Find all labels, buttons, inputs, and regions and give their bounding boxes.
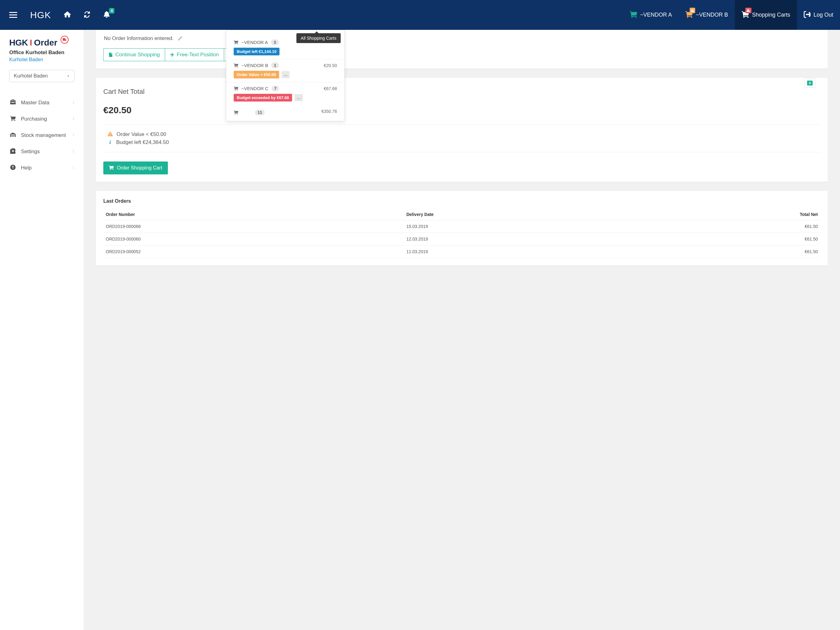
chevron-left-icon: 〈 — [71, 100, 74, 105]
location-select-value: Kurhotel Baden — [14, 73, 47, 79]
dropdown-status-pill: Order Value < €50.00 — [234, 71, 279, 78]
plus-icon — [170, 52, 174, 57]
cart-icon — [630, 11, 637, 19]
sidebar-item-label: Master Data — [21, 100, 49, 106]
nav-vendor-b[interactable]: ~VENDOR B — [679, 0, 735, 30]
cart-icon — [234, 110, 238, 115]
sidebar-item-label: Stock management — [21, 132, 66, 138]
cell-order-number: ORD2019-000066 — [103, 220, 404, 233]
cart-icon — [742, 11, 749, 19]
dropdown-total-amount: €350.76 — [321, 109, 337, 114]
nav-shopping-carts-label: Shopping Carts — [752, 12, 790, 18]
nav-logout-label: Log Out — [813, 12, 833, 18]
warning-icon — [107, 131, 113, 138]
question-icon — [9, 165, 17, 171]
dropdown-row-amount: €67.68 — [324, 86, 337, 91]
cell-total-net: €61.50 — [647, 245, 820, 258]
dropdown-status-pill: Budget exceeded by €67.68 — [234, 94, 292, 101]
col-order-number: Order Number — [103, 209, 404, 220]
money-indicator[interactable]: 0 — [804, 78, 815, 88]
continue-shopping-label: Continue Shopping — [115, 52, 160, 58]
dropdown-vendor-name: ~VENDOR C — [242, 86, 268, 91]
logo-truck-icon — [61, 36, 69, 44]
briefcase-icon — [9, 99, 17, 106]
free-text-position-button[interactable]: Free-Text Position — [165, 48, 224, 61]
table-row[interactable]: ORD2019-000060 12.03.2019 €61.50 — [103, 233, 820, 245]
nav-vendor-b-label: ~VENDOR B — [696, 12, 728, 18]
order-shopping-cart-label: Order Shopping Cart — [117, 165, 163, 171]
logo-text-hgk: HGK — [9, 38, 28, 47]
sidebar-item-master-data[interactable]: Master Data 〈 — [9, 95, 74, 111]
nav-vendor-a[interactable]: ~VENDOR A — [623, 0, 679, 30]
dropdown-cart-row[interactable]: ~VENDOR C 7 €67.68 Budget exceeded by €6… — [226, 82, 344, 105]
dropdown-cart-row[interactable]: ~VENDOR B 1 €20.50 Order Value < €50.00 … — [226, 59, 344, 82]
chevron-left-icon: 〈 — [71, 149, 74, 154]
dropdown-item-count: 1 — [271, 62, 279, 68]
cart-icon — [685, 11, 693, 19]
last-orders-table: Order Number Delivery Date Total Net ORD… — [103, 209, 820, 258]
dropdown-tooltip: All Shopping Carts — [297, 33, 341, 43]
location-select[interactable]: Kurhotel Baden ▼ — [9, 70, 74, 82]
sidebar-item-label: Settings — [21, 149, 39, 155]
dropdown-vendor-name: ~VENDOR A — [242, 40, 268, 45]
dropdown-vendor-name: ~VENDOR B — [242, 63, 268, 68]
sidebar-item-help[interactable]: Help 〈 — [9, 160, 74, 176]
warehouse-icon — [9, 132, 17, 138]
cell-delivery-date: 15.03.2019 — [404, 220, 647, 233]
more-dots-button[interactable]: ... — [282, 71, 290, 78]
order-shopping-cart-button[interactable]: Order Shopping Cart — [103, 161, 168, 174]
cell-order-number: ORD2019-000052 — [103, 245, 404, 258]
col-total-net: Total Net — [647, 209, 820, 220]
logout-icon — [804, 11, 810, 19]
sync-icon[interactable] — [84, 11, 90, 19]
cart-net-total-title: Cart Net Total — [103, 88, 820, 96]
chevron-left-icon: 〈 — [71, 116, 74, 122]
cart-icon — [234, 63, 238, 68]
info-icon: i — [107, 139, 112, 146]
edit-pencil-icon[interactable] — [178, 36, 182, 41]
continue-shopping-button[interactable]: Continue Shopping — [103, 48, 165, 61]
nav-shopping-carts[interactable]: Shopping Carts — [735, 0, 797, 30]
dropdown-total-count: 11 — [255, 109, 265, 116]
alert-badge-icon — [745, 8, 752, 13]
budget-left-text: Budget left €24,364.50 — [116, 139, 169, 146]
notification-count-badge: 4 — [109, 8, 114, 14]
col-delivery-date: Delivery Date — [404, 209, 647, 220]
more-dots-button[interactable]: ... — [295, 94, 303, 101]
cell-total-net: €61.50 — [647, 233, 820, 245]
logo-separator: I — [30, 38, 32, 47]
cell-delivery-date: 11.03.2019 — [404, 245, 647, 258]
cart-net-total-value: €20.50 — [103, 105, 820, 116]
warning-badge-icon — [690, 8, 695, 13]
no-order-info-text: No Order Information entered. — [104, 35, 174, 41]
brand-text: HGK — [30, 10, 51, 20]
gear-icon — [9, 148, 17, 155]
menu-toggle-button[interactable] — [9, 12, 17, 18]
dropdown-item-count: 3 — [271, 40, 279, 45]
home-icon[interactable] — [64, 11, 71, 19]
dropdown-item-count: 7 — [272, 85, 279, 91]
office-link[interactable]: Kurhotel Baden — [9, 57, 74, 62]
sidebar-item-purchasing[interactable]: Purchasing 〈 — [9, 111, 74, 127]
file-icon — [109, 52, 113, 57]
cart-icon — [9, 116, 17, 122]
sidebar-item-settings[interactable]: Settings 〈 — [9, 143, 74, 160]
shopping-carts-dropdown: All Shopping Carts ~VENDOR A 3 Budget le… — [226, 30, 345, 121]
cell-order-number: ORD2019-000060 — [103, 233, 404, 245]
nav-logout[interactable]: Log Out — [797, 0, 840, 30]
logo-block: HGK I Order Office Kurhotel Baden Kurhot… — [9, 38, 74, 62]
sidebar: HGK I Order Office Kurhotel Baden Kurhot… — [0, 30, 84, 630]
notification-bell-icon[interactable]: 4 — [103, 11, 110, 19]
chevron-left-icon: 〈 — [71, 133, 74, 138]
dropdown-total-label: Total — [242, 110, 252, 116]
free-text-position-label: Free-Text Position — [177, 52, 219, 58]
sidebar-item-stock-management[interactable]: Stock management 〈 — [9, 127, 74, 143]
cart-icon — [234, 40, 238, 45]
dropdown-total-row[interactable]: Total 11 €350.76 — [226, 105, 344, 119]
cell-total-net: €61.50 — [647, 220, 820, 233]
chevron-down-icon: ▼ — [67, 74, 70, 78]
table-row[interactable]: ORD2019-000052 11.03.2019 €61.50 — [103, 245, 820, 258]
table-row[interactable]: ORD2019-000066 15.03.2019 €61.50 — [103, 220, 820, 233]
logo-text-order: Order — [34, 38, 57, 47]
sidebar-item-label: Purchasing — [21, 116, 47, 122]
